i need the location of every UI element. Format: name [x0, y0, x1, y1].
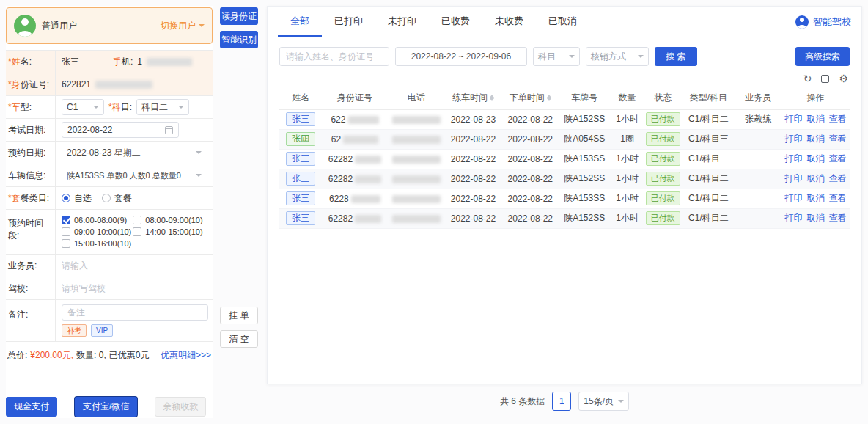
timeslot-option[interactable]: 14:00-15:00(10) — [133, 227, 202, 236]
remark-input[interactable]: 备注 — [62, 304, 208, 321]
tab-unprinted[interactable]: 未打印 — [375, 7, 429, 37]
print-link[interactable]: 打印 — [785, 193, 803, 203]
subject-select[interactable]: 科目二 — [136, 99, 189, 115]
method-filter-select[interactable]: 核销方式 — [586, 47, 649, 66]
view-link[interactable]: 查看 — [829, 134, 847, 144]
balance-pay-button[interactable]: 余额收款 — [155, 397, 206, 417]
header-train-time-label: 练车时间 — [452, 92, 488, 104]
table-row: 张三 62282 2022-08-22 2022-08-22 陕A152SS 1… — [279, 208, 850, 228]
retake-tag[interactable]: 补考 — [62, 324, 87, 337]
view-link[interactable]: 查看 — [829, 213, 847, 223]
package-option-label: 套餐 — [114, 192, 132, 205]
table-row: 张三 62282 2022-08-22 2022-08-22 陕A152SS 1… — [279, 169, 850, 189]
book-date-select[interactable]: 2022-08-23 星期二 — [62, 145, 207, 161]
student-name-tag: 张三 — [286, 172, 315, 186]
total-label: 总价: — [7, 349, 27, 362]
redacted-phone — [392, 116, 441, 124]
switch-user-label: 切换用户 — [161, 20, 196, 32]
timeslot-option[interactable]: 09:00-10:00(10) — [62, 227, 131, 236]
total-price: ¥200.00元, — [30, 349, 73, 362]
view-link[interactable]: 查看 — [829, 114, 847, 124]
plate-cell: 陕A054SS — [559, 129, 610, 149]
view-link[interactable]: 查看 — [829, 193, 847, 203]
school-input[interactable]: 请填写驾校 — [62, 282, 106, 295]
tab-printed[interactable]: 已打印 — [322, 7, 375, 37]
page-size-select[interactable]: 15条/页 — [578, 392, 629, 411]
cancel-link[interactable]: 取消 — [807, 213, 825, 223]
cancel-link[interactable]: 取消 — [807, 173, 825, 183]
header-train-time[interactable]: 练车时间 — [445, 87, 502, 109]
switch-user-link[interactable]: 切换用户 — [161, 20, 205, 32]
print-link[interactable]: 打印 — [785, 134, 803, 144]
redacted-id — [355, 215, 381, 223]
print-link[interactable]: 打印 — [785, 114, 803, 124]
status-badge: 已付款 — [646, 211, 680, 225]
read-idcard-button[interactable]: 读身份证 — [220, 7, 258, 25]
account-menu[interactable]: 智能驾校 — [795, 7, 851, 37]
qty-cell: 1圈 — [610, 129, 644, 149]
view-link[interactable]: 查看 — [829, 173, 847, 183]
redacted-id — [355, 156, 381, 164]
order-time-cell: 2022-08-22 — [501, 189, 559, 208]
cancel-link[interactable]: 取消 — [807, 114, 825, 124]
vehicle-select[interactable]: 陕A153SS 单数0 人数0 总数量0 — [62, 167, 207, 183]
timeslot-option[interactable]: 06:00-08:00(9) — [62, 216, 131, 224]
qty-cell: 1小时 — [610, 109, 644, 129]
vip-tag[interactable]: VIP — [91, 324, 113, 337]
cancel-link[interactable]: 取消 — [807, 134, 825, 144]
type-subject-cell: C1/科目二 — [681, 109, 735, 129]
form-row-package: *套餐类目: 自选 套餐 — [6, 187, 213, 210]
smart-ocr-button[interactable]: 智能识别 — [220, 31, 258, 48]
salesman-cell — [735, 189, 781, 208]
page-size-value: 15条/页 — [584, 395, 614, 408]
search-button[interactable]: 搜 索 — [655, 47, 697, 66]
hold-order-button[interactable]: 挂 单 — [220, 307, 258, 324]
alipay-wechat-pay-button[interactable]: 支付宝/微信 — [75, 397, 137, 417]
chevron-down-icon — [196, 174, 202, 177]
view-link[interactable]: 查看 — [829, 153, 847, 164]
discount-detail-link[interactable]: 优惠明细>>> — [161, 349, 211, 362]
checkbox-checked-icon — [62, 216, 70, 224]
tab-charged[interactable]: 已收费 — [429, 7, 482, 37]
vehicle-label: 车辆信息: — [6, 164, 56, 186]
print-link[interactable]: 打印 — [785, 153, 803, 164]
tab-uncharged[interactable]: 未收费 — [482, 7, 536, 37]
cancel-link[interactable]: 取消 — [807, 193, 825, 203]
exam-date-input[interactable]: 2022-08-22 — [62, 122, 179, 138]
package-option-custom[interactable]: 自选 — [62, 192, 92, 205]
settings-gear-icon[interactable]: ⚙ — [839, 73, 848, 84]
salesman-input[interactable]: 请输入 — [62, 260, 88, 272]
page-1-button[interactable]: 1 — [552, 392, 571, 411]
timeslot-option[interactable]: 08:00-09:00(10) — [133, 216, 202, 224]
refresh-icon[interactable]: ↻ — [803, 73, 812, 84]
header-plate: 车牌号 — [559, 87, 610, 109]
fullscreen-icon[interactable] — [821, 75, 829, 83]
orders-card: 全部 已打印 未打印 已收费 未收费 已取消 智能驾校 科目 核销方式 搜 索 — [267, 6, 862, 384]
subject-filter-select[interactable]: 科目 — [533, 47, 580, 66]
tab-all[interactable]: 全部 — [278, 7, 322, 37]
user-type-label: 普通用户 — [42, 20, 77, 32]
cartype-select[interactable]: C1 — [62, 99, 104, 115]
order-time-cell: 2022-08-22 — [501, 109, 559, 129]
print-link[interactable]: 打印 — [785, 173, 803, 183]
timeslot-option[interactable]: 15:00-16:00(10) — [62, 239, 131, 248]
search-input[interactable] — [279, 47, 389, 66]
user-card: 普通用户 切换用户 — [6, 7, 213, 44]
qty-cell: 1小时 — [610, 169, 644, 189]
advanced-search-button[interactable]: 高级搜索 — [795, 47, 850, 66]
table-empty-space — [268, 229, 861, 384]
cancel-link[interactable]: 取消 — [807, 153, 825, 164]
radio-icon — [102, 194, 111, 202]
timeslot-label: 预约时间段: — [6, 210, 56, 254]
clear-form-button[interactable]: 清 空 — [220, 330, 258, 348]
tab-cancelled[interactable]: 已取消 — [536, 7, 589, 37]
header-order-time[interactable]: 下单时间 — [501, 87, 559, 109]
id-prefix: 6228 — [329, 194, 349, 204]
print-link[interactable]: 打印 — [785, 213, 803, 223]
package-option-bundle[interactable]: 套餐 — [102, 192, 132, 205]
date-range-input[interactable] — [395, 47, 527, 66]
cartype-label: *车型: — [6, 96, 56, 118]
header-qty: 数量 — [610, 87, 644, 109]
chevron-down-icon — [178, 106, 184, 109]
cash-pay-button[interactable]: 现金支付 — [6, 397, 57, 417]
